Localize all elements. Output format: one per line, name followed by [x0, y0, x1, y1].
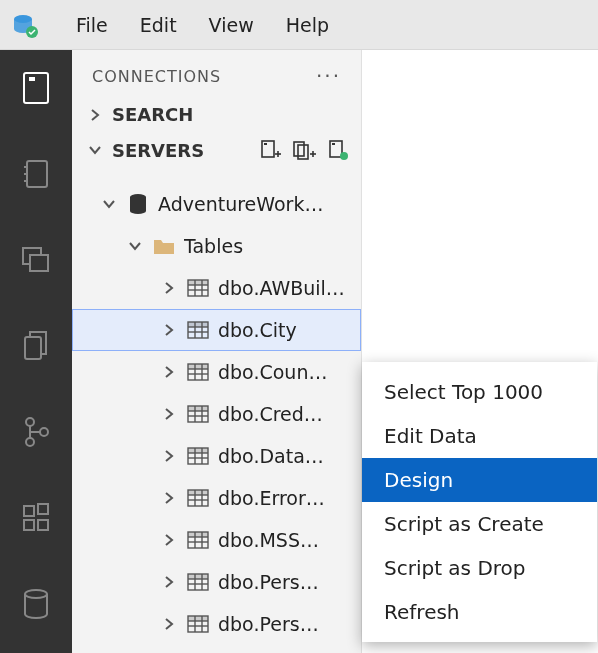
app-icon	[8, 8, 42, 42]
tree-table-label: dbo.MSS…	[218, 529, 319, 551]
tree-folder-label: Tables	[184, 235, 243, 257]
sidebar-header: CONNECTIONS ···	[72, 50, 361, 98]
context-menu-item[interactable]: Script as Create	[362, 502, 597, 546]
svg-rect-16	[38, 520, 48, 530]
panel-search-label: SEARCH	[112, 104, 193, 125]
svg-rect-9	[30, 255, 48, 271]
context-menu-item[interactable]: Script as Drop	[362, 546, 597, 590]
more-icon[interactable]: ···	[316, 64, 341, 88]
svg-point-29	[340, 152, 348, 160]
context-menu-item[interactable]: Edit Data	[362, 414, 597, 458]
tree-table-row[interactable]: dbo.Pers…	[72, 603, 361, 645]
chevron-right-icon	[86, 109, 104, 121]
tree-table-row[interactable]: dbo.Pers…	[72, 561, 361, 603]
activity-connections-icon[interactable]	[0, 60, 72, 116]
tree-table-row[interactable]: dbo.AWBuil…	[72, 267, 361, 309]
table-icon	[186, 486, 210, 510]
tree-database-label: AdventureWork…	[158, 193, 323, 215]
tree-table-label: dbo.Cred…	[218, 403, 323, 425]
activity-database-icon[interactable]	[0, 576, 72, 632]
tree-database[interactable]: AdventureWork…	[72, 183, 361, 225]
menu-help[interactable]: Help	[272, 10, 343, 40]
svg-rect-36	[188, 280, 208, 285]
chevron-right-icon	[160, 534, 178, 546]
tree: AdventureWork… Tables dbo.AWBuil…dbo.Cit…	[72, 169, 361, 645]
tree-row-truncated	[72, 169, 361, 183]
svg-point-13	[40, 428, 48, 436]
activity-source-control-icon[interactable]	[0, 404, 72, 460]
svg-rect-14	[24, 506, 34, 516]
svg-rect-42	[188, 322, 208, 327]
svg-rect-20	[264, 143, 267, 145]
tree-table-label: dbo.Coun…	[218, 361, 327, 383]
sidebar-title: CONNECTIONS	[92, 67, 221, 86]
menubar: File Edit View Help	[0, 0, 598, 50]
table-icon	[186, 570, 210, 594]
svg-rect-10	[25, 337, 41, 359]
new-connection-icon[interactable]	[257, 137, 283, 163]
chevron-right-icon	[160, 576, 178, 588]
svg-rect-72	[188, 532, 208, 537]
table-icon	[186, 402, 210, 426]
context-menu: Select Top 1000Edit DataDesignScript as …	[362, 362, 597, 642]
activity-notebook-icon[interactable]	[0, 146, 72, 202]
tree-table-row[interactable]: dbo.Error…	[72, 477, 361, 519]
menu-file[interactable]: File	[62, 10, 122, 40]
svg-rect-54	[188, 406, 208, 411]
activity-bar	[0, 50, 72, 653]
folder-icon	[152, 234, 176, 258]
table-icon	[186, 276, 210, 300]
chevron-down-icon	[126, 240, 144, 252]
svg-rect-17	[38, 504, 48, 514]
svg-rect-48	[188, 364, 208, 369]
tree-table-row[interactable]: dbo.Cred…	[72, 393, 361, 435]
svg-rect-23	[294, 142, 304, 156]
chevron-right-icon	[160, 366, 178, 378]
activity-copy-icon[interactable]	[0, 318, 72, 374]
menu-edit[interactable]: Edit	[126, 10, 191, 40]
chevron-down-icon	[100, 198, 118, 210]
server-status-icon[interactable]	[325, 137, 351, 163]
svg-rect-19	[262, 141, 274, 157]
svg-rect-24	[298, 145, 308, 159]
new-group-icon[interactable]	[291, 137, 317, 163]
table-icon	[186, 528, 210, 552]
svg-rect-15	[24, 520, 34, 530]
tree-tables-folder[interactable]: Tables	[72, 225, 361, 267]
menu-view[interactable]: View	[195, 10, 268, 40]
chevron-right-icon	[160, 408, 178, 420]
activity-explorer-icon[interactable]	[0, 232, 72, 288]
panel-search[interactable]: SEARCH	[72, 98, 361, 131]
context-menu-item[interactable]: Refresh	[362, 590, 597, 634]
panel-servers[interactable]: SERVERS	[72, 131, 361, 169]
chevron-right-icon	[160, 324, 178, 336]
tree-table-label: dbo.City	[218, 319, 297, 341]
svg-rect-78	[188, 574, 208, 579]
tree-table-row[interactable]: dbo.City	[72, 309, 361, 351]
table-icon	[186, 318, 210, 342]
tree-table-row[interactable]: dbo.MSS…	[72, 519, 361, 561]
database-icon	[126, 192, 150, 216]
tree-table-label: dbo.Error…	[218, 487, 325, 509]
tree-table-label: dbo.AWBuil…	[218, 277, 345, 299]
svg-point-12	[26, 438, 34, 446]
svg-rect-60	[188, 448, 208, 453]
svg-rect-28	[332, 143, 335, 145]
tree-table-label: dbo.Data…	[218, 445, 324, 467]
svg-rect-84	[188, 616, 208, 621]
context-menu-item[interactable]: Design	[362, 458, 597, 502]
chevron-right-icon	[160, 618, 178, 630]
activity-extensions-icon[interactable]	[0, 490, 72, 546]
svg-point-18	[25, 590, 47, 598]
svg-point-11	[26, 418, 34, 426]
chevron-right-icon	[160, 492, 178, 504]
tree-table-row[interactable]: dbo.Coun…	[72, 351, 361, 393]
table-icon	[186, 444, 210, 468]
svg-rect-2	[24, 73, 48, 103]
context-menu-item[interactable]: Select Top 1000	[362, 370, 597, 414]
table-icon	[186, 360, 210, 384]
svg-rect-4	[27, 161, 47, 187]
tree-table-label: dbo.Pers…	[218, 571, 319, 593]
tree-table-row[interactable]: dbo.Data…	[72, 435, 361, 477]
svg-rect-27	[330, 141, 342, 157]
